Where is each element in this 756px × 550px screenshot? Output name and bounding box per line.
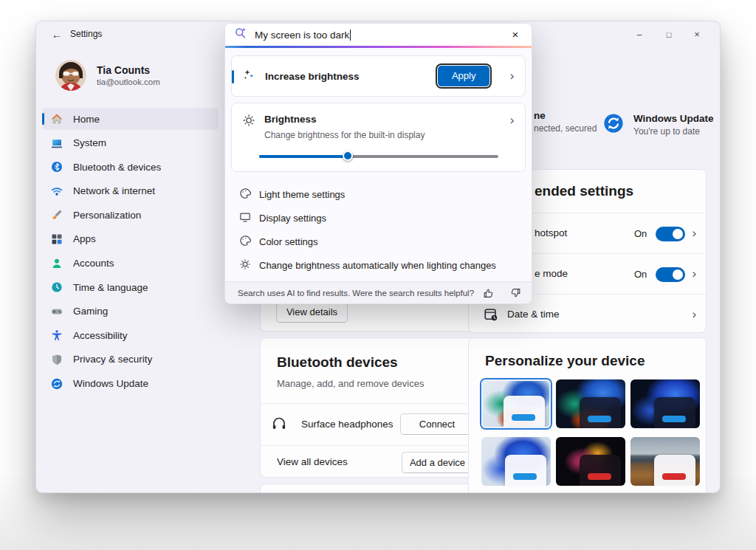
theme-thumbnail-landscape[interactable] (630, 437, 700, 486)
search-input[interactable]: My screen is too dark (255, 30, 351, 41)
minimize-button[interactable]: – (630, 26, 649, 44)
windows-update-subtitle: You're up to date (633, 126, 714, 137)
apply-button[interactable]: Apply (438, 66, 489, 86)
theme-thumbnail-bloom-blue-dark[interactable] (630, 379, 700, 428)
window-title: Settings (70, 29, 102, 39)
sidebar-item-apps[interactable]: Apps (42, 228, 219, 250)
accent-pill (588, 416, 611, 422)
person-icon (51, 258, 63, 269)
palette-icon (239, 235, 251, 249)
monitor-icon (239, 211, 251, 225)
sidebar-item-label: Home (73, 114, 100, 125)
profile-email: tia@outlook.com (97, 78, 160, 86)
close-button[interactable]: × (687, 26, 707, 44)
theme-thumbnail-bloom-light[interactable] (481, 379, 551, 428)
date-time-label: Date & time (507, 309, 560, 320)
profile-name: Tia Counts (97, 64, 160, 76)
accent-pill (588, 473, 611, 480)
theme-preview-card (504, 396, 545, 428)
apps-icon (51, 233, 63, 245)
theme-thumbnail-bloom-blue-light[interactable] (481, 437, 551, 486)
chevron-right-icon: › (509, 70, 515, 83)
sidebar-item-network[interactable]: Network & internet (42, 180, 219, 202)
sidebar-item-label: Windows Update (73, 378, 148, 389)
windows-update-icon (603, 113, 624, 137)
thumbs-down-icon[interactable] (508, 286, 523, 300)
maximize-button[interactable]: □ (659, 26, 678, 44)
sidebar-item-label: Personalization (73, 210, 141, 221)
theme-thumbnail-bloom-dark[interactable] (556, 379, 625, 428)
personalize-card: Personalize your device (468, 337, 707, 493)
headphones-icon (271, 416, 287, 435)
sidebar-item-label: Privacy & security (73, 354, 152, 365)
brightness-slider[interactable] (259, 155, 498, 158)
brightness-slider-thumb[interactable] (343, 151, 353, 161)
sidebar-item-privacy[interactable]: Privacy & security (42, 348, 219, 371)
result-title: Increase brightness (265, 71, 360, 82)
sidebar-item-label: Time & language (73, 282, 148, 293)
hotspot-toggle[interactable] (656, 227, 685, 241)
sidebar-item-label: Accessibility (73, 330, 128, 341)
bluetooth-card-title: Bluetooth devices (277, 354, 398, 371)
sidebar-item-label: Apps (73, 233, 96, 244)
sidebar-item-windows-update[interactable]: Windows Update (42, 373, 219, 395)
theme-preview-card (580, 455, 621, 486)
search-bar[interactable]: My screen is too dark × (225, 24, 532, 46)
theme-thumbnail-flower-dark[interactable] (556, 437, 625, 486)
gamepad-icon (51, 306, 63, 317)
search-feedback-bar: Search uses AI to find results. Were the… (225, 281, 532, 303)
theme-preview-card (505, 455, 546, 486)
increase-brightness-result[interactable]: Increase brightness Apply › (231, 55, 526, 97)
sidebar-item-gaming[interactable]: Gaming (42, 300, 219, 323)
bluetooth-device-row: Surface headphones Connect ⋮ (261, 404, 498, 444)
accent-pill (662, 416, 686, 422)
theme-preview-card (580, 397, 621, 428)
mode-toggle[interactable] (656, 267, 685, 282)
sidebar-item-label: System (73, 137, 106, 148)
search-results: Increase brightness Apply › Brightness ›… (225, 48, 532, 281)
sidebar-item-system[interactable]: System (42, 132, 219, 154)
search-overlay: My screen is too dark × Increase brightn… (224, 23, 532, 304)
clock-icon (51, 281, 63, 293)
sun-icon (242, 114, 255, 130)
search-close-button[interactable]: × (506, 27, 524, 43)
system-icon (51, 137, 63, 149)
bluetooth-card: Bluetooth devices Manage, add, and remov… (260, 337, 499, 478)
sidebar-nav: Home System Bluetooth & devices Network … (42, 108, 219, 396)
device-name: Surface headphones (301, 419, 394, 430)
chevron-right-icon: › (692, 309, 697, 321)
accent-pill (513, 473, 537, 480)
view-details-button[interactable]: View details (276, 302, 348, 323)
sidebar-item-time-language[interactable]: Time & language (42, 276, 219, 298)
hotspot-label: hotspot (535, 227, 567, 238)
chevron-right-icon: › (509, 114, 515, 127)
home-icon (51, 113, 63, 125)
link-color-settings[interactable]: Color settings (231, 230, 526, 253)
add-device-button[interactable]: Add a device (402, 452, 473, 473)
windows-update-title: Windows Update (633, 113, 714, 124)
link-auto-brightness[interactable]: Change brightness automatically when lig… (231, 253, 526, 277)
link-label: Light theme settings (259, 189, 345, 200)
settings-window: ← Settings – □ × Tia Counts tia@outlook.… (35, 21, 721, 493)
sidebar-item-personalization[interactable]: Personalization (42, 204, 219, 226)
connect-button[interactable]: Connect (400, 413, 474, 435)
search-query-text: My screen is too dark (255, 30, 349, 41)
link-display-settings[interactable]: Display settings (231, 206, 526, 230)
desktop: ← Settings – □ × Tia Counts tia@outlook.… (0, 0, 756, 550)
brush-icon (51, 209, 63, 221)
thumbs-up-icon[interactable] (481, 286, 496, 300)
sidebar-item-accounts[interactable]: Accounts (42, 252, 219, 275)
profile[interactable]: Tia Counts tia@outlook.com (55, 60, 160, 91)
back-icon: ← (52, 28, 63, 41)
link-label: Change brightness automatically when lig… (259, 260, 496, 271)
brightness-result[interactable]: Brightness › Change brightness for the b… (231, 103, 526, 172)
sidebar-item-home[interactable]: Home (42, 108, 219, 130)
network-state-fragment: nected, secured (534, 123, 597, 134)
sidebar-item-bluetooth[interactable]: Bluetooth & devices (42, 156, 219, 178)
toggle-state-label: On (634, 269, 647, 280)
view-all-devices-row[interactable]: View all devices Add a device › (261, 445, 498, 478)
back-button[interactable]: ← (48, 27, 66, 43)
sidebar: Tia Counts tia@outlook.com Home System B… (36, 48, 224, 492)
link-light-theme-settings[interactable]: Light theme settings (231, 182, 526, 206)
sidebar-item-accessibility[interactable]: Accessibility (42, 324, 219, 346)
